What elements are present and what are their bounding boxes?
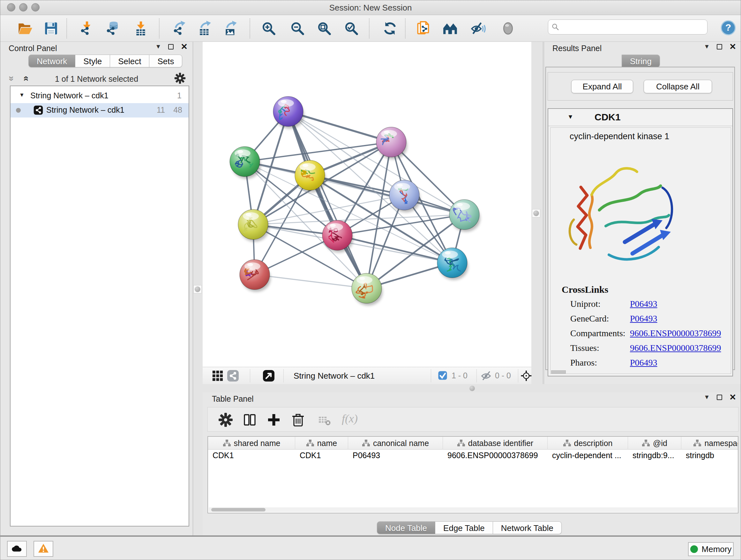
close-panel-icon[interactable]: ✕ (181, 44, 188, 50)
tab-edge-table[interactable]: Edge Table (435, 521, 493, 534)
network-collection-row[interactable]: ▼ String Network – cdk1 1 (10, 89, 189, 103)
refresh-icon[interactable] (382, 20, 398, 37)
crosslink-link[interactable]: 9606.ENSP00000378699 (630, 343, 721, 353)
table-cell[interactable]: CDK1 (208, 449, 295, 462)
network-node-CDC25B[interactable] (230, 146, 261, 179)
close-panel-icon[interactable]: ✕ (729, 394, 736, 400)
network-node-HIST1H1A[interactable] (240, 260, 271, 292)
duplicate-network-icon[interactable] (415, 20, 431, 37)
section-collapse-icon[interactable]: ▼ (567, 113, 574, 120)
tab-select[interactable]: Select (110, 55, 149, 67)
divider-handle[interactable] (193, 285, 202, 294)
network-row[interactable]: String Network – cdk1 11 48 (10, 103, 189, 118)
column-header-canonical-name[interactable]: canonical name (348, 437, 443, 449)
birds-eye-view-icon[interactable] (262, 369, 275, 382)
divider-handle[interactable] (532, 209, 540, 217)
horizontal-scrollbar-thumb[interactable] (551, 370, 566, 374)
add-column-icon[interactable] (266, 413, 281, 427)
tab-style[interactable]: Style (75, 55, 110, 67)
open-session-icon[interactable] (17, 20, 32, 37)
zoom-selected-icon[interactable] (343, 20, 359, 37)
network-edge-CCNB2-CCNE1[interactable] (288, 111, 367, 288)
crosslink-link[interactable]: P06493 (630, 299, 657, 309)
import-database-icon[interactable] (105, 20, 121, 37)
table-cell[interactable]: stringdb:9... (628, 449, 681, 462)
selected-checkbox-icon[interactable] (437, 370, 448, 381)
panel-menu-icon[interactable]: ▼ (704, 394, 710, 401)
panel-menu-icon[interactable]: ▼ (704, 43, 710, 50)
zoom-fit-icon[interactable] (316, 20, 332, 37)
delete-column-icon[interactable] (291, 413, 306, 427)
column-header-namespace[interactable]: namespace (681, 437, 738, 449)
network-type-icon[interactable] (226, 369, 239, 382)
collapse-all-button[interactable]: Collapse All (644, 80, 712, 93)
table-settings-gear-icon[interactable] (218, 413, 233, 427)
tab-sets[interactable]: Sets (149, 55, 182, 67)
export-table-icon[interactable] (197, 20, 213, 37)
import-table-icon[interactable] (133, 20, 149, 37)
table-cell[interactable]: stringdb (681, 449, 738, 462)
results-panel-divider[interactable] (531, 42, 543, 384)
save-session-icon[interactable] (43, 20, 59, 37)
search-input[interactable] (562, 20, 704, 33)
warnings-button[interactable] (33, 541, 53, 557)
network-node-CDKN1A[interactable] (437, 248, 468, 280)
network-node-CCNA1[interactable] (376, 127, 407, 159)
network-node-RB1[interactable] (449, 199, 480, 232)
hide-selected-icon[interactable] (470, 20, 486, 37)
expand-all-button[interactable]: Expand All (571, 80, 633, 93)
show-all-icon[interactable] (500, 20, 516, 37)
network-node-CCNA2[interactable] (322, 220, 353, 253)
zoom-out-icon[interactable] (289, 20, 306, 37)
divider-handle[interactable] (469, 386, 475, 391)
column-header-description[interactable]: description (548, 437, 628, 449)
node-details-header[interactable]: ▼ CDK1 (548, 109, 732, 126)
tab-network[interactable]: Network (28, 55, 75, 67)
export-network-icon[interactable] (172, 20, 188, 37)
table-cell[interactable]: P06493 (348, 449, 443, 462)
network-node-CDK1[interactable] (295, 160, 326, 192)
collection-expand-icon[interactable]: ▼ (19, 92, 24, 98)
network-options-gear-icon[interactable] (174, 72, 186, 84)
network-node-CDC6[interactable] (389, 180, 420, 212)
crosslink-link[interactable]: P06493 (630, 358, 657, 368)
crosslink-link[interactable]: P06493 (630, 314, 657, 324)
column-header-shared-name[interactable]: shared name (208, 437, 295, 449)
crosslink-link[interactable]: 9606.ENSP00000378699 (630, 328, 721, 338)
zoom-in-icon[interactable] (261, 20, 277, 37)
close-panel-icon[interactable]: ✕ (729, 44, 736, 50)
network-node-CCNE1[interactable] (352, 273, 383, 306)
export-image-icon[interactable] (223, 20, 239, 37)
tab-network-table[interactable]: Network Table (493, 521, 562, 534)
node-details-body: cyclin-dependent kinase 1 (550, 127, 731, 374)
memory-button[interactable]: Memory (688, 542, 734, 556)
tab-node-table[interactable]: Node Table (377, 521, 435, 534)
network-node-CCNB1[interactable] (238, 209, 269, 242)
import-network-icon[interactable] (79, 20, 95, 37)
search-box[interactable] (548, 19, 708, 35)
scrollbar-thumb[interactable] (211, 508, 266, 511)
float-panel-icon[interactable] (717, 44, 722, 50)
tab-string[interactable]: String (622, 55, 660, 67)
table-cell[interactable]: 9606.ENSP00000378699 (443, 449, 548, 462)
help-icon[interactable]: ? (720, 20, 736, 36)
svg-text:?: ? (725, 22, 731, 33)
network-canvas[interactable]: CCNB2CCNA1CDC25BCDK1CDC6RB1CCNB1CCNA2CDK… (203, 42, 531, 367)
table-cell[interactable]: CDK1 (295, 449, 348, 462)
table-panel-divider[interactable] (203, 384, 741, 392)
column-header-name[interactable]: name (295, 437, 348, 449)
grid-view-icon[interactable] (211, 369, 224, 382)
control-panel-divider[interactable] (193, 42, 203, 536)
column-header-@id[interactable]: @id (628, 437, 681, 449)
float-panel-icon[interactable] (168, 44, 174, 50)
panel-menu-icon[interactable]: ▼ (155, 43, 161, 50)
show-columns-icon[interactable] (243, 413, 257, 427)
crosshair-icon[interactable] (521, 370, 532, 381)
table-horizontal-scrollbar[interactable] (209, 507, 737, 512)
network-edge-HIST1H1A-CCNE1[interactable] (255, 274, 367, 288)
first-neighbors-icon[interactable] (442, 20, 458, 37)
cloud-button[interactable] (7, 541, 27, 557)
column-header-database-identifier[interactable]: database identifier (443, 437, 548, 449)
table-cell[interactable]: cyclin-dependent ... (548, 449, 628, 462)
float-panel-icon[interactable] (717, 395, 722, 400)
